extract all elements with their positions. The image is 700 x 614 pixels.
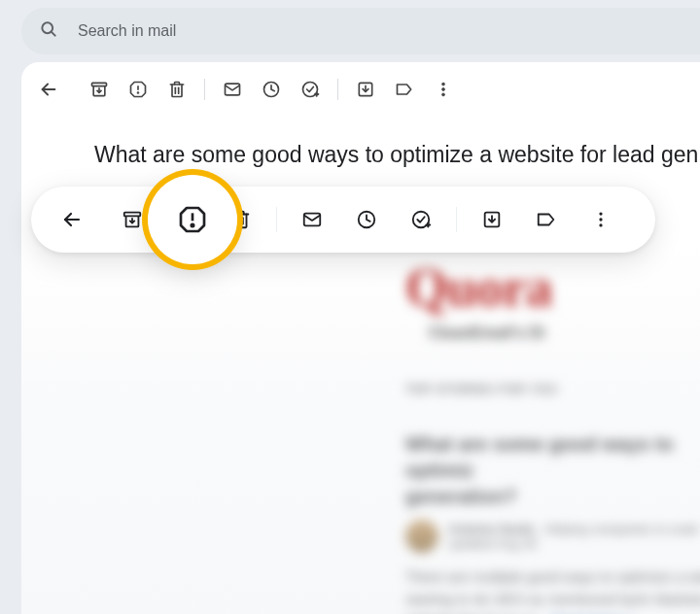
snippet-line: starting to do SEO as mentioned by/in Ma…	[405, 591, 700, 607]
story-title-line: generation?	[405, 486, 516, 507]
story-title: What are some good ways to optimiz gener…	[405, 431, 700, 510]
svg-rect-3	[92, 83, 107, 85]
email-subject: What are some good ways to optimize a we…	[94, 142, 700, 168]
more-button[interactable]	[424, 70, 463, 109]
author-row: Antoine Sarde , Helping companies to sca…	[405, 520, 700, 553]
move-to-button[interactable]	[346, 70, 385, 109]
add-to-tasks-button[interactable]	[398, 196, 444, 243]
toolbar-separator	[337, 79, 338, 100]
more-button[interactable]	[578, 196, 624, 243]
snooze-button[interactable]	[252, 70, 291, 109]
svg-rect-21	[124, 213, 141, 217]
add-to-tasks-button[interactable]	[291, 70, 330, 109]
labels-button[interactable]	[523, 196, 570, 243]
author-name: Antoine Sarde	[448, 522, 534, 536]
snooze-button[interactable]	[343, 196, 390, 243]
story-title-line: What are some good ways to optimiz	[405, 433, 674, 481]
search-icon	[39, 19, 58, 43]
mark-unread-button[interactable]	[289, 196, 335, 243]
svg-point-7	[138, 92, 139, 93]
back-button[interactable]	[29, 70, 68, 109]
story-snippet: There are multiple good ways to optimize…	[405, 566, 700, 614]
svg-point-33	[599, 218, 602, 221]
author-bio: Helping companies to scale	[544, 522, 699, 536]
author-date: updated Aug 26	[448, 536, 537, 551]
tutorial-overlay	[0, 177, 700, 293]
toolbar-separator	[456, 207, 457, 232]
report-spam-icon[interactable]	[177, 204, 208, 235]
message-toolbar	[21, 62, 700, 113]
toolbar-separator	[276, 207, 277, 232]
report-spam-button[interactable]	[119, 70, 158, 109]
svg-point-18	[442, 88, 445, 91]
svg-point-37	[192, 224, 193, 226]
email-body-preview: Quora CleanEmail's Di TOP STORIES FOR YO…	[405, 256, 700, 614]
main-panel: What are some good ways to optimize a we…	[21, 62, 700, 614]
back-button[interactable]	[49, 196, 95, 243]
snippet-line: There are multiple good ways to optimize…	[405, 568, 700, 585]
highlight-ring	[148, 175, 237, 264]
svg-point-32	[599, 212, 602, 215]
svg-point-19	[442, 93, 445, 96]
search-input[interactable]	[78, 22, 700, 40]
archive-button[interactable]	[80, 70, 119, 109]
section-label: TOP STORIES FOR YOU	[405, 383, 700, 396]
labels-button[interactable]	[385, 70, 424, 109]
search-bar[interactable]	[21, 8, 700, 54]
delete-button[interactable]	[158, 70, 196, 109]
svg-point-34	[599, 223, 602, 226]
toolbar-separator	[204, 79, 205, 100]
mark-unread-button[interactable]	[213, 70, 252, 109]
svg-point-17	[442, 83, 445, 85]
move-to-button[interactable]	[469, 196, 515, 243]
avatar	[405, 520, 438, 553]
svg-line-1	[52, 32, 55, 36]
brand-subline: CleanEmail's Di	[429, 324, 700, 342]
message-toolbar-highlighted	[31, 187, 655, 253]
author-meta: Antoine Sarde , Helping companies to sca…	[448, 522, 699, 551]
